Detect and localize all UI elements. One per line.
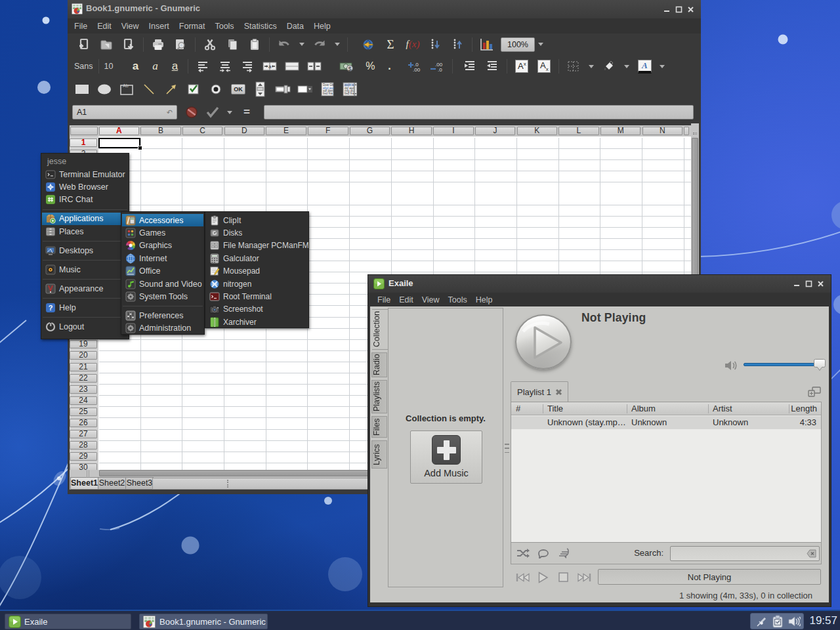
svg-text:?: ? bbox=[49, 304, 53, 312]
svg-text:Ab: Ab bbox=[123, 83, 129, 88]
svg-text:$: $ bbox=[348, 66, 352, 72]
svg-text:bsd fna: bsd fna bbox=[323, 92, 333, 95]
svg-text:.00: .00 bbox=[413, 67, 421, 73]
svg-text:.0: .0 bbox=[438, 67, 442, 73]
svg-text:bsd fna: bsd fna bbox=[345, 92, 354, 95]
svg-text:a: a bbox=[268, 64, 272, 70]
